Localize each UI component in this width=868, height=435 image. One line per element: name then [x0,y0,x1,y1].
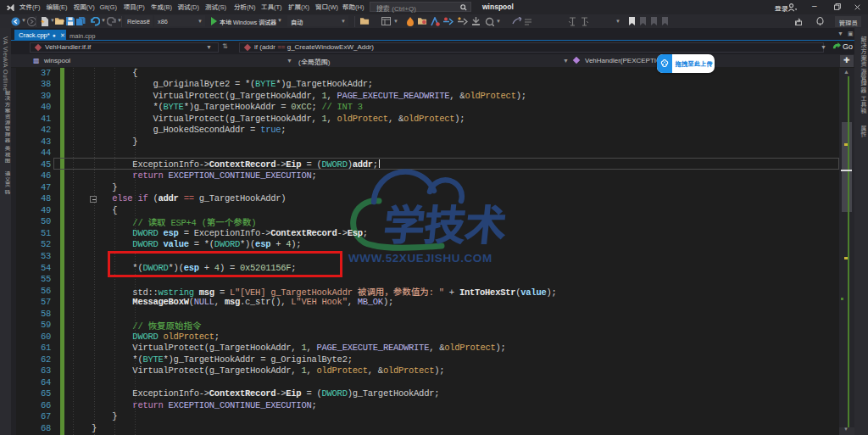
svg-text:WWW.52XUEJISHU.COM: WWW.52XUEJISHU.COM [348,252,492,265]
svg-text:学技术: 学技术 [381,192,509,252]
